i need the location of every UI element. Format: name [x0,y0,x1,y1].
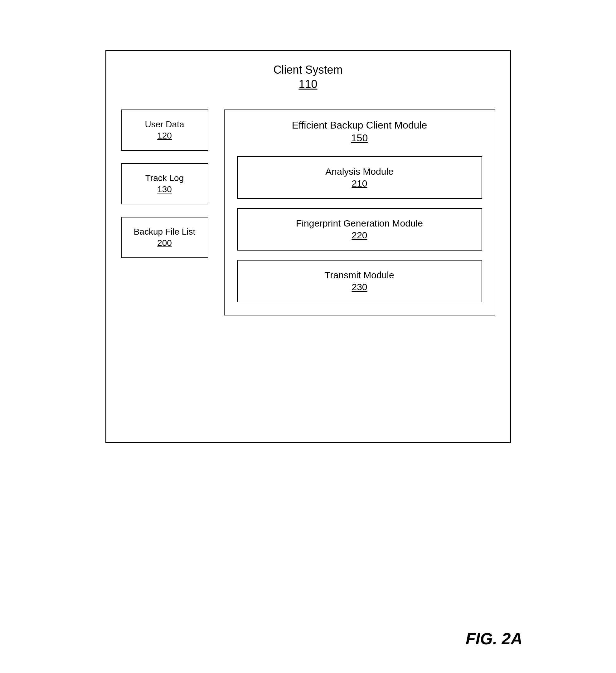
backup-file-list-box: Backup File List 200 [121,217,208,258]
inner-content: User Data 120 Track Log 130 Backup File … [121,109,495,315]
efficient-backup-ref: 150 [292,132,427,144]
user-data-ref: 120 [157,131,172,141]
efficient-backup-title: Efficient Backup Client Module [292,120,427,131]
transmit-module-box: Transmit Module 230 [237,260,482,302]
client-system-title: Client System [273,63,342,76]
page-container: Client System 110 User Data 120 Track Lo… [0,25,616,673]
efficient-backup-header: Efficient Backup Client Module 150 [292,120,427,144]
efficient-backup-box: Efficient Backup Client Module 150 Analy… [224,109,495,315]
fingerprint-module-ref: 220 [351,230,367,241]
client-system-ref: 110 [273,78,342,91]
backup-file-list-ref: 200 [157,238,172,248]
left-column: User Data 120 Track Log 130 Backup File … [121,109,208,258]
analysis-module-ref: 210 [351,178,367,189]
user-data-box: User Data 120 [121,109,208,151]
track-log-title: Track Log [145,173,184,183]
fingerprint-module-box: Fingerprint Generation Module 220 [237,208,482,251]
client-system-box: Client System 110 User Data 120 Track Lo… [105,50,511,443]
backup-file-list-title: Backup File List [134,227,196,237]
client-system-label: Client System 110 [273,63,342,91]
transmit-module-ref: 230 [351,282,367,292]
track-log-ref: 130 [157,184,172,194]
user-data-title: User Data [145,120,184,130]
right-column: Efficient Backup Client Module 150 Analy… [224,109,495,315]
transmit-module-title: Transmit Module [325,270,394,280]
fingerprint-module-title: Fingerprint Generation Module [296,218,423,229]
analysis-module-title: Analysis Module [325,166,393,177]
analysis-module-box: Analysis Module 210 [237,156,482,199]
figure-label: FIG. 2A [466,629,523,648]
track-log-box: Track Log 130 [121,163,208,204]
